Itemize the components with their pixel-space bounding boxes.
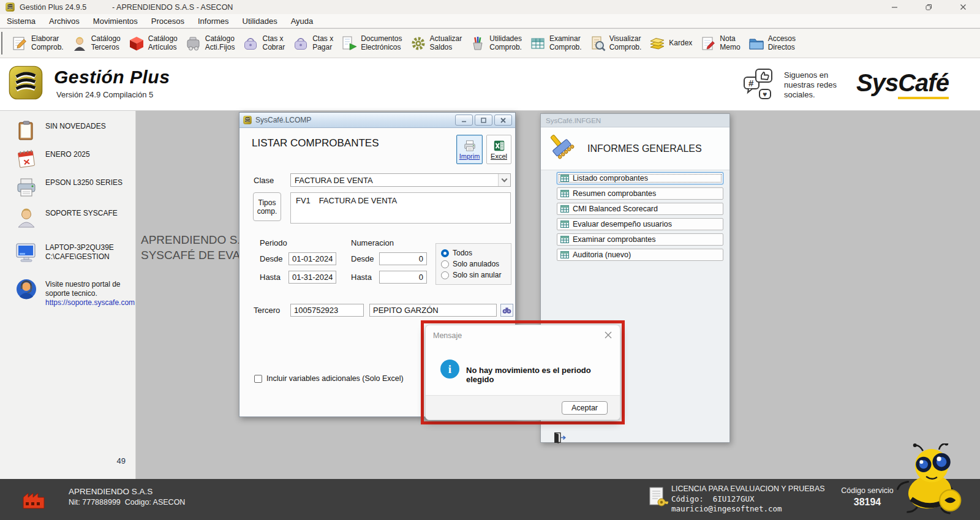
- radio-solo-anulados[interactable]: Solo anulados: [441, 258, 511, 269]
- clipboard-icon: [15, 119, 38, 143]
- report-table-icon: [560, 251, 569, 258]
- document-title: - APRENDIENDO S.A.S - ASECON: [112, 3, 233, 12]
- periodo-label: Periodo: [260, 238, 287, 247]
- radio-icon[interactable]: [441, 260, 449, 268]
- incluir-variables-checkbox[interactable]: Incluir variables adicionales (Solo Exce…: [254, 374, 404, 383]
- radio-solo-sin-anular[interactable]: Solo sin anular: [441, 269, 511, 281]
- menu-procesos[interactable]: Procesos: [145, 14, 191, 28]
- checkbox-icon[interactable]: [254, 375, 262, 383]
- close-button[interactable]: [946, 0, 980, 14]
- clase-select[interactable]: FACTURA DE VENTA: [290, 173, 511, 187]
- toolbar-accesos-directos[interactable]: AccesosDirectos: [744, 34, 799, 53]
- lcomp-titlebar[interactable]: SysCafé.LCOMP: [239, 113, 515, 128]
- lcomp-minimize-button[interactable]: [455, 115, 473, 126]
- exit-door-icon[interactable]: [553, 431, 567, 445]
- imprimir-button[interactable]: Imprim: [456, 135, 483, 164]
- dialog-close-icon[interactable]: [604, 331, 612, 339]
- menu-sistema[interactable]: Sistema: [0, 14, 42, 28]
- sidebar-item-equipo[interactable]: LAPTOP-3P2QU39EC:\CAFE\GESTION: [15, 241, 114, 264]
- radio-icon[interactable]: [441, 271, 449, 279]
- auditoria-button[interactable]: Auditoria (nuevo): [557, 249, 723, 261]
- lcomp-close-button[interactable]: [494, 115, 512, 126]
- toolbar-utilidades-comprob[interactable]: UtilidadesComprob.: [466, 34, 526, 53]
- numeracion-hasta-input[interactable]: [379, 271, 427, 284]
- infgen-heading: INFORMES GENERALES: [587, 143, 702, 154]
- person-icon: [71, 35, 88, 52]
- toolbar-documentos-electronicos[interactable]: DocumentosElectrónicos: [337, 34, 405, 53]
- chevron-down-icon[interactable]: [498, 174, 510, 186]
- menu-movimientos[interactable]: Movimientos: [86, 14, 145, 28]
- report-table-icon: [560, 205, 569, 213]
- toolbar-elaborar-comprob[interactable]: ElaborarComprob.: [7, 34, 67, 53]
- tipos-list[interactable]: FV1 FACTURA DE VENTA: [290, 192, 511, 224]
- numeracion-desde-input[interactable]: [379, 252, 427, 265]
- toolbar-ctas-pagar[interactable]: Ctas xPagar: [288, 34, 337, 53]
- toolbar-examinar-comprob[interactable]: ExaminarComprob.: [526, 34, 586, 53]
- sidebar-item-novedades[interactable]: SIN NOVEDADES: [15, 119, 106, 143]
- sidebar-item-soporte-portal[interactable]: Visite nuestro portal desoporte tecnico.…: [15, 277, 135, 307]
- restore-button[interactable]: [911, 0, 946, 14]
- syscafe-logo: SysCafé: [856, 69, 949, 97]
- sidebar-item-periodo[interactable]: ENERO 2025: [15, 148, 90, 171]
- menu-informes[interactable]: Informes: [191, 14, 236, 28]
- minimize-button[interactable]: [877, 0, 911, 14]
- excel-button[interactable]: Excel: [486, 135, 511, 164]
- numeracion-desde-label: Desde: [351, 254, 374, 263]
- license-email: mauricio@ingesoftnet.com: [671, 504, 782, 513]
- buscar-tercero-button[interactable]: [500, 304, 513, 317]
- aceptar-button[interactable]: Aceptar: [562, 401, 608, 415]
- examinar-comprobantes-button[interactable]: Examinar comprobantes: [557, 233, 723, 246]
- periodo-desde-label: Desde: [260, 254, 283, 263]
- infgen-header: INFORMES GENERALES: [541, 127, 729, 170]
- license-code: Código: 6IU127GUX: [671, 494, 754, 503]
- toolbar-catalogo-articulos[interactable]: CatálogoArtículos: [124, 34, 181, 53]
- broom-icon: [546, 132, 579, 165]
- periodo-desde-input[interactable]: [288, 252, 336, 265]
- dialog-highlight-border: Mensaje No hay movimiento es el periodo …: [421, 320, 625, 424]
- factory-icon: [22, 489, 45, 510]
- periodo-hasta-input[interactable]: [288, 271, 336, 284]
- svg-text:#: #: [748, 78, 754, 88]
- tercero-name-input[interactable]: [369, 304, 497, 317]
- toolbar-catalogo-actifijos[interactable]: CatálogoActi.Fijos: [181, 34, 239, 53]
- red-cube-icon: [128, 35, 145, 52]
- sidebar-item-usuario[interactable]: SOPORTE SYSCAFE: [15, 206, 118, 230]
- menu-utilidades[interactable]: Utilidades: [236, 14, 284, 28]
- mensaje-dialog: Mensaje No hay movimiento es el periodo …: [425, 325, 620, 420]
- menu-ayuda[interactable]: Ayuda: [284, 14, 320, 28]
- listado-comprobantes-button[interactable]: Listado comprobantes: [557, 172, 723, 184]
- calendar-icon: [15, 148, 38, 171]
- table-grid-icon: [529, 35, 546, 52]
- titlebar[interactable]: Gestión Plus 24.9.5 - APRENDIENDO S.A.S …: [0, 0, 980, 14]
- resumen-comprobantes-button[interactable]: Resumen comprobantes: [557, 187, 723, 200]
- bee-mascot: [894, 443, 969, 514]
- toolbar-catalogo-terceros[interactable]: CatálogoTerceros: [67, 34, 124, 53]
- infgen-titlebar[interactable]: SysCafé.INFGEN: [541, 114, 729, 127]
- cmi-balanced-scorecard-button[interactable]: CMI Balanced Scorecard: [557, 203, 723, 215]
- evaluar-desempeno-button[interactable]: Evaluar desempeño usuarios: [557, 218, 723, 230]
- pencil-cup-icon: [469, 35, 486, 52]
- user-icon: [15, 206, 38, 230]
- app-logo-icon: [6, 2, 15, 12]
- report-table-icon: [560, 175, 569, 182]
- sidebar-item-printer[interactable]: EPSON L3250 SERIES: [15, 176, 123, 199]
- brand-title: Gestión Plus: [54, 67, 170, 88]
- menu-archivos[interactable]: Archivos: [42, 14, 86, 28]
- statusbar-company-details: Nit: 777888999 Codigo: ASECON: [69, 498, 185, 507]
- toolbar-actualizar-saldos[interactable]: ActualizarSaldos: [406, 34, 466, 53]
- tipos-comp-button[interactable]: Tipos comp.: [253, 192, 281, 221]
- numeracion-label: Numeracion: [351, 238, 394, 247]
- purse-icon: [242, 35, 259, 52]
- radio-todos[interactable]: Todos: [441, 247, 511, 258]
- page-number: 49: [117, 456, 126, 465]
- toolbar-kardex[interactable]: Kardex: [645, 34, 696, 53]
- toolbar-nota-memo[interactable]: NotaMemo: [696, 34, 744, 53]
- toolbar-visualizar-comprob[interactable]: VisualizarComprob.: [586, 34, 646, 53]
- soporte-link[interactable]: https://soporte.syscafe.com: [45, 298, 135, 307]
- lcomp-maximize-button[interactable]: [475, 115, 492, 126]
- toolbar-ctas-cobrar[interactable]: Ctas xCobrar: [238, 34, 288, 53]
- gear-icon: [410, 35, 427, 52]
- radio-icon[interactable]: [441, 249, 449, 257]
- service-code-value: 38194: [832, 497, 903, 508]
- tercero-code-input[interactable]: [290, 304, 364, 317]
